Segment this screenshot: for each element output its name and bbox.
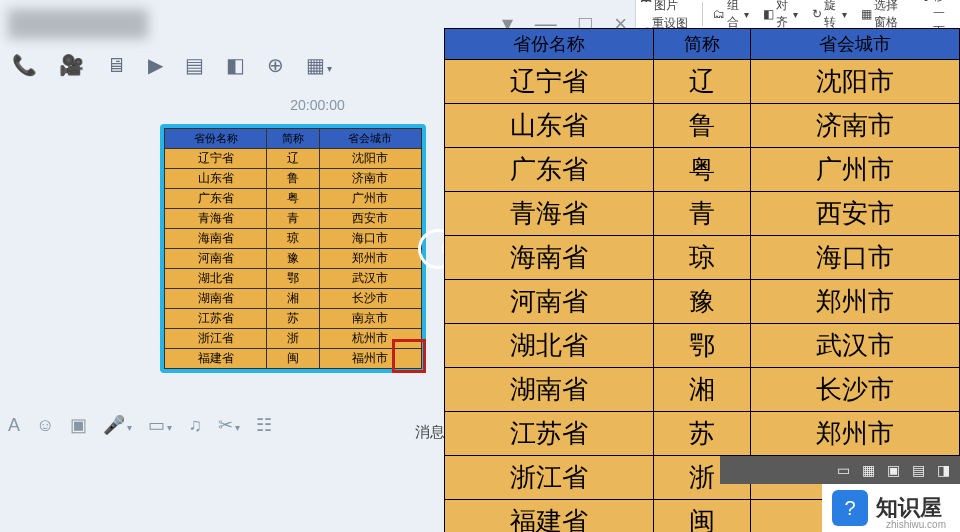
table-cell: 河南省 xyxy=(445,280,654,324)
ribbon-label: 对齐 xyxy=(776,0,789,31)
mini-table-header: 省份名称 xyxy=(165,129,267,149)
music-icon[interactable]: ♫ xyxy=(188,415,202,436)
screen-share-icon[interactable]: 🖥 xyxy=(106,54,126,77)
mini-table-header: 省会城市 xyxy=(319,129,421,149)
mic-icon[interactable]: 🎤▾ xyxy=(103,414,132,436)
table-row: 海南省琼海口市 xyxy=(445,236,960,280)
message-tab-label[interactable]: 消息 xyxy=(415,423,445,442)
table-cell: 广州市 xyxy=(319,189,421,209)
view-zoom-icon[interactable]: ◨ xyxy=(937,462,950,478)
table-row: 湖南省湘长沙市 xyxy=(165,289,422,309)
cut-icon[interactable]: ✂▾ xyxy=(218,414,240,436)
mini-table-header: 简称 xyxy=(267,129,319,149)
table-row: 海南省琼海口市 xyxy=(165,229,422,249)
table-cell: 郑州市 xyxy=(751,412,960,456)
ribbon-align[interactable]: ◧对齐▾ xyxy=(759,0,802,31)
table-cell: 郑州市 xyxy=(751,280,960,324)
phone-icon[interactable]: 📞 xyxy=(12,53,37,77)
ribbon-label: 上移一 xyxy=(933,0,956,22)
big-table-header: 省份名称 xyxy=(445,29,654,60)
table-cell: 长沙市 xyxy=(319,289,421,309)
font-icon[interactable]: A xyxy=(8,415,20,436)
table-cell: 海南省 xyxy=(165,229,267,249)
table-cell: 河南省 xyxy=(165,249,267,269)
table-cell: 苏 xyxy=(267,309,319,329)
table-cell: 湖北省 xyxy=(165,269,267,289)
table-cell: 琼 xyxy=(267,229,319,249)
table-cell: 广州市 xyxy=(751,148,960,192)
picture-icon: 🖼 xyxy=(640,0,652,4)
big-table-header: 省会城市 xyxy=(751,29,960,60)
table-cell: 南京市 xyxy=(319,309,421,329)
table-cell: 鄂 xyxy=(653,324,751,368)
ribbon-group[interactable]: 🗂组合▾ xyxy=(709,0,753,31)
table-cell: 西安市 xyxy=(319,209,421,229)
table-row: 湖南省湘长沙市 xyxy=(445,368,960,412)
view-switcher-bar: ▭ ▦ ▣ ▤ ◨ xyxy=(720,456,960,484)
table-row: 山东省鲁济南市 xyxy=(165,169,422,189)
view-reading-icon[interactable]: ▣ xyxy=(887,462,900,478)
app-icon[interactable]: ◧ xyxy=(226,53,245,77)
table-cell: 辽宁省 xyxy=(445,60,654,104)
view-slideshow-icon[interactable]: ▤ xyxy=(912,462,925,478)
screenshot-icon[interactable]: ▭▾ xyxy=(148,414,172,436)
table-row: 河南省豫郑州市 xyxy=(165,249,422,269)
message-timestamp: 20:00:00 xyxy=(290,97,345,113)
ribbon-rotate[interactable]: ↻旋转▾ xyxy=(808,0,850,31)
table-cell: 青 xyxy=(267,209,319,229)
table-cell: 苏 xyxy=(653,412,751,456)
table-cell: 江苏省 xyxy=(445,412,654,456)
table-row: 青海省青西安市 xyxy=(445,192,960,236)
add-icon[interactable]: ⊕ xyxy=(267,53,284,77)
view-normal-icon[interactable]: ▭ xyxy=(837,462,850,478)
table-row: 山东省鲁济南市 xyxy=(445,104,960,148)
table-row: 河南省豫郑州市 xyxy=(445,280,960,324)
table-cell: 琼 xyxy=(653,236,751,280)
history-icon[interactable]: ☷ xyxy=(256,414,272,436)
table-cell: 山东省 xyxy=(445,104,654,148)
ribbon-label: 选择窗格 xyxy=(874,0,908,31)
brand-icon: ? xyxy=(832,490,868,526)
brand-url: zhishiwu.com xyxy=(886,519,946,530)
video-icon[interactable]: 🎥 xyxy=(59,53,84,77)
table-row: 青海省青西安市 xyxy=(165,209,422,229)
ribbon-bring-forward[interactable]: ⬆上移一 xyxy=(917,0,960,22)
view-sorter-icon[interactable]: ▦ xyxy=(862,462,875,478)
table-row: 江苏省苏郑州市 xyxy=(445,412,960,456)
emoji-icon[interactable]: ☺ xyxy=(36,415,54,436)
table-row: 湖北省鄂武汉市 xyxy=(165,269,422,289)
rotate-icon: ↻ xyxy=(812,7,822,21)
table-cell: 鲁 xyxy=(267,169,319,189)
ribbon-selection-pane[interactable]: ▦选择窗格 xyxy=(857,0,912,31)
table-cell: 湖南省 xyxy=(445,368,654,412)
table-cell: 辽 xyxy=(653,60,751,104)
table-cell: 粤 xyxy=(267,189,319,209)
table-cell: 闽 xyxy=(267,349,319,369)
table-cell: 鄂 xyxy=(267,269,319,289)
table-cell: 海南省 xyxy=(445,236,654,280)
table-cell: 鲁 xyxy=(653,104,751,148)
table-cell: 长沙市 xyxy=(751,368,960,412)
message-bubble[interactable]: 省份名称简称省会城市 辽宁省辽沈阳市山东省鲁济南市广东省粤广州市青海省青西安市海… xyxy=(160,124,426,373)
table-cell: 沈阳市 xyxy=(319,149,421,169)
ribbon-change-picture[interactable]: 🖼更改图片▾ xyxy=(636,0,696,14)
table-row: 福建省闽福州市 xyxy=(165,349,422,369)
table-cell: 浙江省 xyxy=(445,456,654,500)
table-row: 辽宁省辽沈阳市 xyxy=(165,149,422,169)
table-row: 广东省粤广州市 xyxy=(165,189,422,209)
table-cell: 海口市 xyxy=(751,236,960,280)
table-cell: 广东省 xyxy=(445,148,654,192)
send-image-icon[interactable]: ▤ xyxy=(185,53,204,77)
send-file-icon[interactable]: ▶ xyxy=(148,53,163,77)
ribbon-label: 更改图片 xyxy=(654,0,683,14)
table-row: 广东省粤广州市 xyxy=(445,148,960,192)
table-cell: 海口市 xyxy=(319,229,421,249)
table-row: 浙江省浙杭州市 xyxy=(165,329,422,349)
table-cell: 济南市 xyxy=(751,104,960,148)
image-icon[interactable]: ▣ xyxy=(70,414,87,436)
group-icon: 🗂 xyxy=(713,7,725,21)
ribbon-toolbar: 🖼更改图片▾ ↺重设图片 🗂组合▾ ◧对齐▾ ↻旋转▾ ▦选择窗格 ⬆上移一 ⬇… xyxy=(636,0,960,28)
table-row: 江苏省苏南京市 xyxy=(165,309,422,329)
grid-icon[interactable]: ▦▾ xyxy=(306,53,332,77)
table-cell: 武汉市 xyxy=(751,324,960,368)
